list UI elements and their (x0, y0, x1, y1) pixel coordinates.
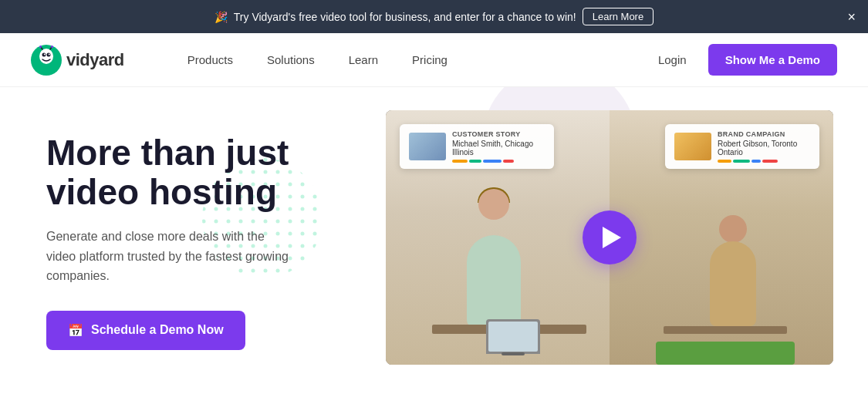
scene-bench (664, 326, 787, 334)
logo-link[interactable]: vidyard (31, 45, 124, 76)
prog-bar-8 (762, 160, 778, 163)
prog-bar-4 (503, 160, 514, 163)
scene-laptop-logo (502, 352, 525, 355)
banner-learn-more-button[interactable]: Learn More (583, 8, 654, 25)
nav-solutions[interactable]: Solutions (250, 33, 332, 87)
customer-story-name: Michael Smith, Chicago Illinois (452, 140, 545, 157)
svg-point-7 (39, 45, 42, 48)
prog-bar-1 (452, 160, 468, 163)
customer-story-type: Customer Story (452, 130, 545, 138)
scene-person-right (710, 215, 756, 326)
prog-bar-3 (483, 160, 502, 163)
schedule-btn-label: Schedule a Demo Now (91, 323, 224, 337)
customer-story-info: Customer Story Michael Smith, Chicago Il… (452, 130, 545, 163)
brand-campaign-type: Brand Campaign (718, 130, 810, 138)
prog-bar-5 (718, 160, 731, 163)
main-nav: vidyard Products Solutions Learn Pricing… (0, 33, 868, 87)
svg-point-9 (51, 45, 53, 48)
prog-bar-6 (733, 160, 750, 163)
logo-wordmark: vidyard (66, 50, 124, 70)
scene-grass (656, 342, 795, 365)
scene-person-left-head (478, 189, 509, 220)
banner-text: Try Vidyard's free video tool for busine… (234, 11, 576, 23)
prog-bar-2 (469, 160, 481, 163)
brand-campaign-thumb (674, 133, 711, 160)
scene-person-right-body (710, 241, 756, 326)
show-me-demo-button[interactable]: Show Me a Demo (708, 44, 837, 76)
promo-banner: 🎉 Try Vidyard's free video tool for busi… (0, 0, 868, 33)
brand-campaign-card: Brand Campaign Robert Gibson, Toronto On… (665, 124, 819, 169)
brand-campaign-name: Robert Gibson, Toronto Ontario (718, 140, 810, 157)
nav-actions: Login Show Me a Demo (649, 44, 837, 76)
nav-links: Products Solutions Learn Pricing (171, 33, 649, 87)
vidyard-logo-icon (31, 45, 62, 76)
banner-emoji: 🎉 (214, 11, 228, 23)
login-button[interactable]: Login (649, 47, 696, 72)
banner-message: 🎉 Try Vidyard's free video tool for busi… (214, 8, 654, 25)
customer-story-thumb (409, 133, 446, 160)
hero-subtitle: Generate and close more deals with the v… (46, 227, 293, 286)
scene-laptop (486, 319, 540, 354)
hero-title: More than just video hosting (46, 133, 370, 211)
svg-point-4 (44, 53, 46, 55)
video-play-button[interactable] (583, 210, 637, 264)
scene-person-right-head (719, 215, 747, 243)
svg-point-5 (49, 53, 50, 55)
calendar-icon: 📅 (68, 323, 83, 338)
hero-video-area: Customer Story Michael Smith, Chicago Il… (386, 110, 837, 365)
nav-pricing[interactable]: Pricing (395, 33, 464, 87)
prog-bar-7 (751, 160, 761, 163)
hero-left-content: More than just video hosting Generate an… (46, 118, 370, 350)
svg-point-1 (39, 49, 53, 64)
video-container[interactable]: Customer Story Michael Smith, Chicago Il… (386, 110, 833, 365)
nav-products[interactable]: Products (171, 33, 250, 87)
play-triangle-icon (603, 227, 621, 248)
banner-close-button[interactable]: × (847, 10, 856, 24)
brand-campaign-thumb-img (674, 133, 711, 160)
brand-campaign-info: Brand Campaign Robert Gibson, Toronto On… (718, 130, 810, 163)
scene-laptop-screen (488, 322, 538, 352)
scene-person-left-body (467, 235, 521, 328)
brand-campaign-progress (718, 160, 810, 163)
hero-title-line2: video hosting (46, 172, 277, 212)
scene-person-left (455, 189, 532, 328)
hero-title-line1: More than just (46, 133, 289, 173)
schedule-demo-button[interactable]: 📅 Schedule a Demo Now (46, 311, 245, 350)
customer-story-card: Customer Story Michael Smith, Chicago Il… (400, 124, 554, 169)
customer-story-progress (452, 160, 545, 163)
nav-learn[interactable]: Learn (332, 33, 395, 87)
hero-section: More than just video hosting Generate an… (0, 87, 868, 380)
customer-story-thumb-img (409, 133, 446, 160)
